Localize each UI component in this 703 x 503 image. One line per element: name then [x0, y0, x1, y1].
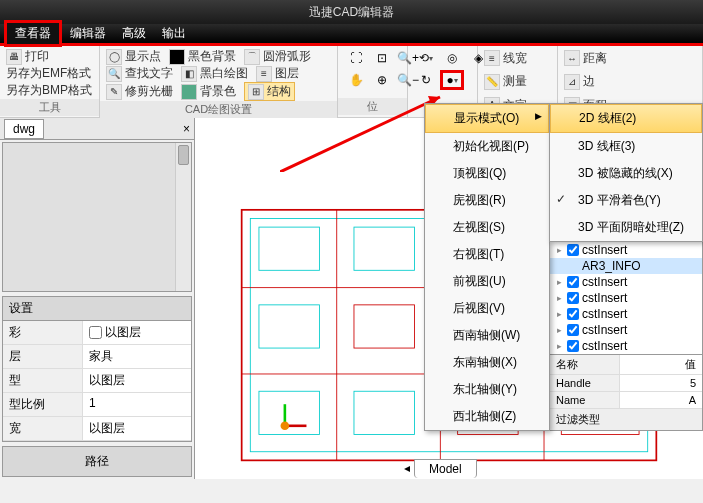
menu-advanced[interactable]: 高级: [114, 23, 154, 44]
group-label-cad: CAD绘图设置: [100, 101, 337, 118]
filter-type[interactable]: 过滤类型: [550, 409, 702, 430]
tree-item[interactable]: ▸cstInsert: [550, 306, 702, 322]
scrollbar[interactable]: [175, 143, 191, 291]
expand-icon[interactable]: ▸: [554, 293, 564, 303]
lw-icon: ≡: [484, 50, 500, 66]
tree-checkbox[interactable]: [567, 276, 579, 288]
svg-rect-11: [354, 305, 414, 348]
measure-icon: 📏: [484, 74, 500, 90]
group-label-pos: 位: [338, 98, 407, 115]
tree-item[interactable]: ▸cstInsert: [550, 338, 702, 354]
tree-item[interactable]: ▸cstInsert: [550, 322, 702, 338]
menu-ne-iso[interactable]: 东北轴侧(Y): [425, 376, 549, 403]
prop-row: 彩以图层: [3, 321, 191, 345]
svg-rect-8: [354, 227, 414, 270]
bgcolor-button[interactable]: 背景色: [181, 83, 236, 100]
menu-right-view[interactable]: 右视图(T): [425, 241, 549, 268]
orbit-icon[interactable]: ◎: [440, 48, 464, 68]
structure-panel: ▾Model ▸cstInsert AR3_INFO ▸cstInsert ▸c…: [549, 225, 703, 431]
scrollbar-thumb[interactable]: [178, 145, 189, 165]
submenu-3d-smooth[interactable]: ✓3D 平滑着色(Y): [550, 187, 702, 214]
menu-editor[interactable]: 编辑器: [62, 23, 114, 44]
submenu-3d-flat[interactable]: 3D 平面阴暗处理(Z): [550, 214, 702, 241]
submenu-3d-wireframe[interactable]: 3D 线框(3): [550, 133, 702, 160]
regen-icon[interactable]: ↻: [414, 70, 438, 90]
save-bmp-button[interactable]: 另存为BMP格式: [6, 82, 92, 99]
menu-nw-iso[interactable]: 西北轴侧(Z): [425, 403, 549, 430]
measure-button[interactable]: 📏测量: [484, 73, 527, 90]
find-text-button[interactable]: 🔍查找文字: [106, 65, 173, 82]
black-bg-button[interactable]: 黑色背景: [169, 48, 236, 65]
menu-top-view[interactable]: 顶视图(Q): [425, 160, 549, 187]
menu-back-view[interactable]: 后视图(V): [425, 295, 549, 322]
tree-item[interactable]: ▸cstInsert: [550, 242, 702, 258]
zoom-window-icon[interactable]: ⊡: [370, 48, 394, 68]
edge-button[interactable]: ⊿边: [564, 73, 595, 90]
view-context-menu: 显示模式(O)▶ 初始化视图(P) 顶视图(Q) 庑视图(R) 左视图(S) 右…: [424, 103, 550, 431]
tree-checkbox[interactable]: [567, 244, 579, 256]
model-tab[interactable]: Model: [414, 459, 477, 478]
svg-rect-14: [354, 391, 414, 434]
submenu-arrow-icon: ▶: [535, 111, 542, 121]
group-label-tools: 工具: [0, 99, 99, 116]
expand-icon[interactable]: ▸: [554, 325, 564, 335]
layers-button[interactable]: ≡图层: [256, 65, 299, 82]
menu-output[interactable]: 输出: [154, 23, 194, 44]
bw-draw-button[interactable]: ◧黑白绘图: [181, 65, 248, 82]
structure-button[interactable]: ⊞结构: [244, 82, 295, 101]
menu-display-mode[interactable]: 显示模式(O)▶: [425, 104, 549, 133]
pan-icon[interactable]: ✋: [344, 70, 368, 90]
render-mode-icon[interactable]: ●▾: [440, 70, 464, 90]
svg-rect-7: [259, 227, 319, 270]
tree-checkbox[interactable]: [567, 292, 579, 304]
detail-table: 名称值 Handle5 NameA: [550, 354, 702, 409]
structure-icon: ⊞: [248, 84, 264, 100]
smooth-arc-button[interactable]: ⌒圆滑弧形: [244, 48, 311, 65]
submenu-2d-wireframe[interactable]: 2D 线框(2): [550, 104, 702, 133]
menu-left-view[interactable]: 左视图(S): [425, 214, 549, 241]
expand-icon[interactable]: ▸: [554, 277, 564, 287]
menu-init-view[interactable]: 初始化视图(P): [425, 133, 549, 160]
expand-icon[interactable]: ▸: [554, 309, 564, 319]
menu-sw-iso[interactable]: 西南轴侧(W): [425, 322, 549, 349]
trim-raster-button[interactable]: ✎修剪光栅: [106, 83, 173, 100]
app-title: 迅捷CAD编辑器: [8, 4, 695, 21]
lineweight-button[interactable]: ≡线宽: [484, 50, 527, 67]
tree-checkbox[interactable]: [567, 340, 579, 352]
rotate-icon[interactable]: ⟲▾: [414, 48, 438, 68]
bylayer-checkbox[interactable]: [89, 326, 102, 339]
tree-item[interactable]: ▸cstInsert: [550, 290, 702, 306]
ribbon-group-tools: 🖶打印 另存为EMF格式 另存为BMP格式 工具: [0, 46, 100, 117]
expand-icon[interactable]: ▸: [554, 341, 564, 351]
tab-close-icon[interactable]: ×: [183, 122, 190, 136]
menu-se-iso[interactable]: 东南轴侧(X): [425, 349, 549, 376]
model-tab-strip: ◂ Model: [400, 457, 477, 479]
dist-icon: ↔: [564, 50, 580, 66]
submenu-3d-hidden[interactable]: 3D 被隐藏的线(X): [550, 160, 702, 187]
print-button[interactable]: 🖶打印: [6, 48, 49, 65]
save-emf-button[interactable]: 另存为EMF格式: [6, 65, 91, 82]
expand-icon[interactable]: ▸: [554, 245, 564, 255]
file-tab[interactable]: dwg: [4, 119, 44, 139]
zoom-extents-icon[interactable]: ⛶: [344, 48, 368, 68]
left-panel: dwg × 设置 彩以图层 层家具 型以图层 型比例1 宽以图层 路径: [0, 118, 195, 479]
distance-button[interactable]: ↔距离: [564, 50, 607, 67]
ribbon-group-pos: ⛶ ⊡ 🔍+ ✋ ⊕ 🔍− 位: [338, 46, 408, 117]
menu-bar: 查看器 编辑器 高级 输出: [0, 24, 703, 46]
trim-icon: ✎: [106, 84, 122, 100]
properties-grid: 设置 彩以图层 层家具 型以图层 型比例1 宽以图层: [2, 296, 192, 442]
tree-item-selected[interactable]: AR3_INFO: [550, 258, 702, 274]
prop-header: 设置: [3, 297, 191, 321]
path-section-header: 路径: [2, 446, 192, 477]
bw-icon: ◧: [181, 66, 197, 82]
zoom-center-icon[interactable]: ⊕: [370, 70, 394, 90]
tree-checkbox[interactable]: [567, 308, 579, 320]
bgcolor-icon: [181, 84, 197, 100]
tab-nav-left-icon[interactable]: ◂: [400, 461, 414, 475]
tree-item[interactable]: ▸cstInsert: [550, 274, 702, 290]
show-point-button[interactable]: ◯显示点: [106, 48, 161, 65]
menu-viewer[interactable]: 查看器: [4, 20, 62, 47]
menu-bottom-view[interactable]: 庑视图(R): [425, 187, 549, 214]
menu-front-view[interactable]: 前视图(U): [425, 268, 549, 295]
tree-checkbox[interactable]: [567, 324, 579, 336]
